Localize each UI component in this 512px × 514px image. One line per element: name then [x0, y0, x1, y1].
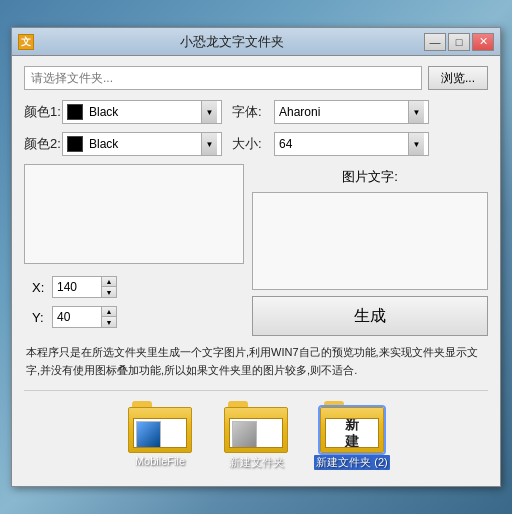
- folder-body: 新 建: [320, 407, 384, 453]
- list-item[interactable]: 新建文件夹: [216, 401, 296, 470]
- folder-body: [128, 407, 192, 453]
- image-text-label: 图片文字:: [252, 164, 488, 186]
- color2-size-row: 颜色2: Black ▼ 大小: 64 ▼: [24, 132, 488, 156]
- text-preview-box: [24, 164, 244, 264]
- size-dropdown-arrow[interactable]: ▼: [408, 133, 424, 155]
- y-spinner: ▲ ▼: [102, 306, 117, 328]
- color1-swatch: [67, 104, 83, 120]
- x-row: X: ▲ ▼: [32, 276, 244, 298]
- folder-preview-row: MobileFile: [24, 397, 488, 474]
- font-value: Aharoni: [279, 105, 408, 119]
- thumb-cell: [232, 421, 257, 448]
- generate-button[interactable]: 生成: [252, 296, 488, 336]
- color2-select[interactable]: Black ▼: [62, 132, 222, 156]
- folder-label-new2: 新建文件夹 (2): [314, 455, 390, 470]
- minimize-button[interactable]: —: [424, 33, 446, 51]
- main-window: 文 小恐龙文字文件夹 — □ ✕ 浏览... 颜色1: Black: [11, 27, 501, 486]
- folder-thumb: [229, 418, 283, 448]
- folder-thumb-img: [230, 419, 282, 447]
- folder-icon-new1: [224, 401, 288, 453]
- color2-dropdown-arrow[interactable]: ▼: [201, 133, 217, 155]
- x-label: X:: [32, 280, 52, 295]
- color1-dropdown-arrow[interactable]: ▼: [201, 101, 217, 123]
- folder-thumb: [133, 418, 187, 448]
- folder-icon-new2: 新 建: [320, 401, 384, 453]
- mid-section: X: ▲ ▼ Y: ▲ ▼: [24, 164, 488, 336]
- divider: [24, 390, 488, 391]
- browse-button[interactable]: 浏览...: [428, 66, 488, 90]
- font-select[interactable]: Aharoni ▼: [274, 100, 429, 124]
- folder-label-new1: 新建文件夹: [229, 455, 284, 470]
- window-body: 浏览... 颜色1: Black ▼ 字体: Aharoni ▼ 颜色2:: [12, 56, 500, 485]
- window-controls: — □ ✕: [424, 33, 494, 51]
- left-panel: X: ▲ ▼ Y: ▲ ▼: [24, 164, 244, 336]
- y-spin-down[interactable]: ▼: [102, 317, 116, 327]
- x-spin-down[interactable]: ▼: [102, 287, 116, 297]
- color2-swatch: [67, 136, 83, 152]
- folder-thumb: 新 建: [325, 418, 379, 448]
- color1-font-row: 颜色1: Black ▼ 字体: Aharoni ▼: [24, 100, 488, 124]
- folder-icon-mobilefile: [128, 401, 192, 453]
- font-label: 字体:: [232, 103, 270, 121]
- folder-label-mobilefile: MobileFile: [135, 455, 185, 467]
- x-spinner: ▲ ▼: [102, 276, 117, 298]
- size-select[interactable]: 64 ▼: [274, 132, 429, 156]
- maximize-button[interactable]: □: [448, 33, 470, 51]
- window-icon: 文: [18, 34, 34, 50]
- x-spin-up[interactable]: ▲: [102, 277, 116, 287]
- description-text: 本程序只是在所选文件夹里生成一个文字图片,利用WIN7自己的预览功能,来实现文件…: [24, 344, 488, 379]
- window-title: 小恐龙文字文件夹: [40, 33, 424, 51]
- close-button[interactable]: ✕: [472, 33, 494, 51]
- folder-thumb-img: [134, 419, 186, 447]
- color1-value: Black: [89, 105, 201, 119]
- size-label: 大小:: [232, 135, 270, 153]
- xy-section: X: ▲ ▼ Y: ▲ ▼: [24, 270, 244, 336]
- y-label: Y:: [32, 310, 52, 325]
- y-input[interactable]: [52, 306, 102, 328]
- list-item[interactable]: MobileFile: [120, 401, 200, 470]
- title-bar: 文 小恐龙文字文件夹 — □ ✕: [12, 28, 500, 56]
- y-row: Y: ▲ ▼: [32, 306, 244, 328]
- color2-value: Black: [89, 137, 201, 151]
- image-preview-box: [252, 192, 488, 290]
- folder-row: 浏览...: [24, 66, 488, 90]
- desktop: 文 小恐龙文字文件夹 — □ ✕ 浏览... 颜色1: Black: [0, 0, 512, 514]
- size-value: 64: [279, 137, 408, 151]
- color2-label: 颜色2:: [24, 135, 62, 153]
- folder-text-overlay: 新 建: [326, 419, 378, 447]
- y-spin-up[interactable]: ▲: [102, 307, 116, 317]
- font-dropdown-arrow[interactable]: ▼: [408, 101, 424, 123]
- list-item[interactable]: 新 建 新建文件夹 (2): [312, 401, 392, 470]
- color1-label: 颜色1:: [24, 103, 62, 121]
- color1-select[interactable]: Black ▼: [62, 100, 222, 124]
- right-panel: 图片文字: 生成: [252, 164, 488, 336]
- x-input[interactable]: [52, 276, 102, 298]
- thumb-cell: [136, 421, 161, 448]
- folder-path-input[interactable]: [24, 66, 422, 90]
- folder-body: [224, 407, 288, 453]
